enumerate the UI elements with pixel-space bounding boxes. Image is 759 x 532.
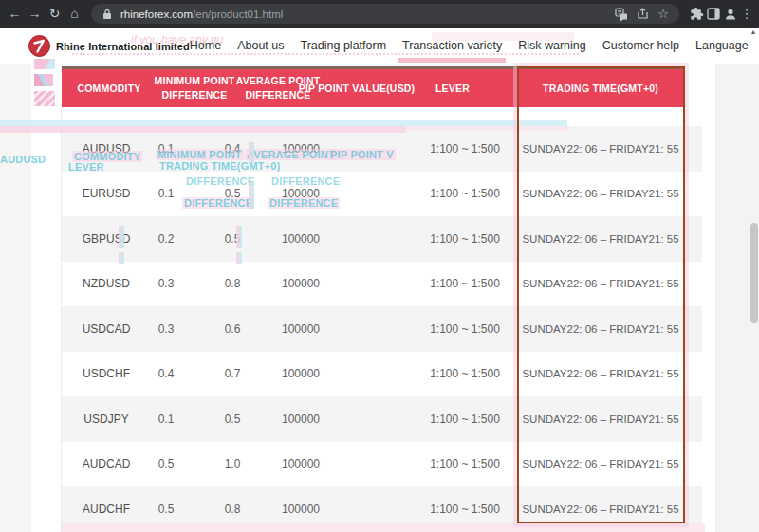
forward-icon[interactable]: →: [26, 5, 44, 23]
url-text: rhineforex.com/en/product01.html: [120, 9, 283, 20]
cell-lever: 1:100 ~ 1:500: [403, 216, 527, 262]
nav-language[interactable]: Language: [695, 39, 749, 54]
address-bar[interactable]: rhineforex.com/en/product01.html ☆: [91, 4, 679, 24]
cell-trading-time: SUNDAY22: 06 – FRIDAY21: 55: [520, 306, 681, 352]
site-navbar: Rhine International limited if you have …: [0, 28, 759, 64]
side-panel-icon[interactable]: [706, 7, 721, 22]
cell-trading-time: SUNDAY22: 06 – FRIDAY21: 55: [520, 262, 681, 307]
nav-trading-platform[interactable]: Trading platform: [301, 39, 387, 54]
glitch-bottom-pink-strip: [62, 523, 705, 532]
extensions-puzzle-icon[interactable]: [689, 7, 704, 22]
cell-lever: 1:100 ~ 1:500: [403, 352, 527, 397]
table-row: USDJPY0.10.51000001:100 ~ 1:500SUNDAY22:…: [62, 396, 702, 442]
left-gutter-band: [0, 64, 31, 532]
nav-risk-warning[interactable]: Risk warning: [518, 39, 586, 54]
table-row: USDCAD0.30.61000001:100 ~ 1:500SUNDAY22:…: [62, 306, 702, 352]
cell-trading-time: SUNDAY22: 06 – FRIDAY21: 55: [520, 172, 681, 217]
cell-lever: 1:100 ~ 1:500: [403, 262, 527, 307]
cell-lever: 1:100 ~ 1:500: [403, 306, 527, 352]
nav-transaction-variety[interactable]: Transaction variety: [402, 39, 502, 54]
table-row: AUDCAD0.51.01000001:100 ~ 1:500SUNDAY22:…: [62, 442, 702, 487]
cell-lever: 1:100 ~ 1:500: [403, 396, 527, 442]
menu-kebab-icon[interactable]: ⋮: [740, 7, 753, 22]
share-icon[interactable]: [635, 7, 650, 22]
table-header: COMMODITY MINIMUM POINTDIFFERENCE AVERAG…: [62, 66, 685, 107]
cell-trading-time: SUNDAY22: 06 – FRIDAY21: 55: [520, 126, 681, 172]
table-row: AUDUSD0.10.41000001:100 ~ 1:500SUNDAY22:…: [62, 126, 702, 172]
nav-home[interactable]: Home: [190, 39, 221, 54]
cell-pip-value: 100000: [239, 396, 362, 442]
url-host: rhineforex.com: [120, 9, 193, 20]
cell-lever: 1:100 ~ 1:500: [403, 442, 527, 487]
header-trading-time: TRADING TIME(GMT+0): [525, 82, 676, 96]
header-lever: LEVER: [405, 82, 500, 96]
cell-trading-time: SUNDAY22: 06 – FRIDAY21: 55: [520, 216, 681, 262]
table-body: AUDUSD0.10.41000001:100 ~ 1:500SUNDAY22:…: [62, 126, 702, 532]
main-nav: HomeAbout usTrading platformTransaction …: [190, 39, 759, 54]
cell-pip-value: 100000: [239, 352, 362, 397]
cell-pip-value: 100000: [239, 216, 362, 262]
nav-customer-help[interactable]: Customer help: [602, 39, 679, 54]
brand-logo-icon: [28, 35, 50, 57]
page-content: COMMODITY MINIMUM POINTDIFFERENCE AVERAG…: [0, 64, 759, 532]
browser-toolbar: ← → ↻ ⌂ rhineforex.com/en/product01.html…: [0, 0, 759, 28]
header-min-point: MINIMUM POINTDIFFERENCE: [147, 74, 242, 102]
nav-about-us[interactable]: About us: [237, 39, 284, 54]
scrollbar-thumb[interactable]: [750, 223, 758, 323]
table-row: GBPUSD0.20.51000001:100 ~ 1:500SUNDAY22:…: [62, 216, 702, 262]
cell-trading-time: SUNDAY22: 06 – FRIDAY21: 55: [520, 442, 681, 487]
cell-pip-value: 100000: [239, 262, 362, 307]
translate-icon[interactable]: [614, 7, 629, 22]
reload-icon[interactable]: ↻: [46, 5, 64, 23]
secure-lock-icon: [100, 7, 115, 22]
header-commodity: COMMODITY: [62, 82, 157, 96]
cell-pip-value: 100000: [239, 172, 362, 217]
cell-lever: 1:100 ~ 1:500: [403, 172, 527, 217]
scrollbar-up-arrow[interactable]: ▲: [749, 28, 758, 35]
table-row: EURUSD0.10.51000001:100 ~ 1:500SUNDAY22:…: [62, 172, 702, 217]
cell-pip-value: 100000: [239, 306, 362, 352]
profile-avatar-icon[interactable]: [723, 7, 738, 22]
back-icon[interactable]: ←: [6, 5, 24, 23]
url-path: /en/product01.html: [193, 9, 283, 20]
cell-lever: 1:100 ~ 1:500: [403, 126, 527, 172]
cell-pip-value: 100000: [239, 442, 362, 487]
header-pip-value: PIP POINT VALUE(USD): [295, 82, 418, 96]
cell-trading-time: SUNDAY22: 06 – FRIDAY21: 55: [520, 352, 681, 397]
cell-trading-time: SUNDAY22: 06 – FRIDAY21: 55: [520, 396, 681, 442]
home-icon[interactable]: ⌂: [65, 5, 83, 23]
table-row: USDCHF0.40.71000001:100 ~ 1:500SUNDAY22:…: [62, 352, 702, 397]
cell-pip-value: 100000: [239, 126, 362, 172]
table-row: NZDUSD0.30.81000001:100 ~ 1:500SUNDAY22:…: [62, 262, 702, 307]
bookmark-star-icon[interactable]: ☆: [656, 7, 671, 22]
